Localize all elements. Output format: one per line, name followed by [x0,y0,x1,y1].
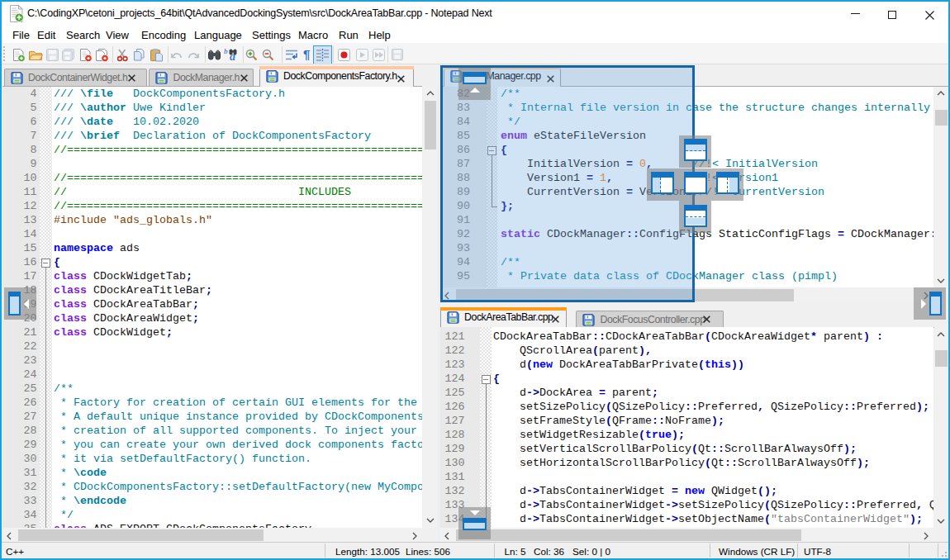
svg-text:a: a [230,50,235,63]
svg-text:b: b [224,47,228,55]
